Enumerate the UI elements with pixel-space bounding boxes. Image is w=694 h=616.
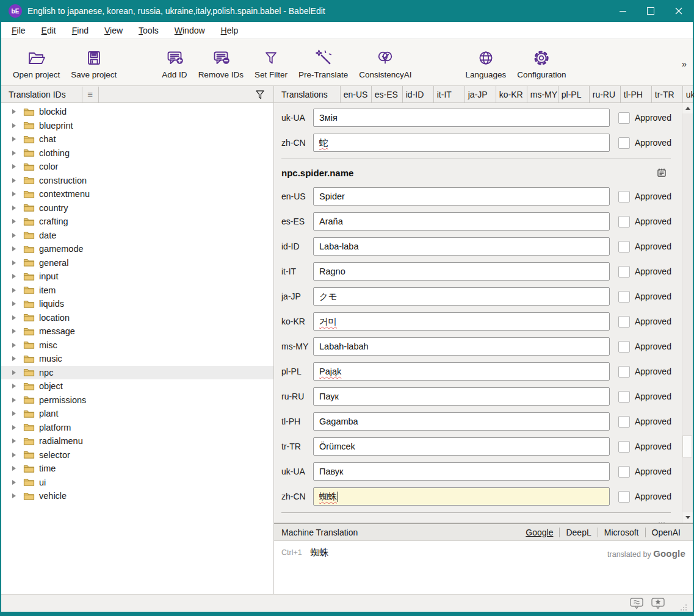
approved-checkbox[interactable] [618,137,630,149]
translation-input[interactable]: Gagamba [313,412,610,431]
mt-provider-tab[interactable]: Google [519,528,559,537]
chevron-right-icon[interactable] [12,370,16,375]
approved-checkbox[interactable] [618,266,630,278]
language-column-header[interactable]: tl-PH [620,86,651,102]
chevron-right-icon[interactable] [12,439,16,443]
menu-item[interactable]: Tools [131,23,167,38]
rate-button[interactable] [651,597,665,610]
scrollbar-thumb[interactable] [682,435,692,457]
chevron-right-icon[interactable] [12,343,16,348]
tree-item[interactable]: misc [1,338,273,353]
open-project-button[interactable]: Open project [7,45,65,81]
approved-checkbox[interactable] [618,441,630,453]
language-column-header[interactable]: pl-PL [558,86,589,102]
pre-translate-button[interactable]: Pre-Translate [293,45,353,81]
save-project-button[interactable]: Save project [65,45,122,81]
mt-provider-tab[interactable]: Microsoft [598,528,645,537]
tree-item[interactable]: construction [1,174,273,188]
language-column-header[interactable]: ru-RU [589,86,620,102]
mt-result[interactable]: 蜘蛛 [311,547,607,559]
language-column-header[interactable]: id-ID [402,86,433,102]
approved-checkbox[interactable] [618,416,630,428]
approved-checkbox[interactable] [618,291,630,303]
translation-input[interactable]: Araña [313,212,610,231]
chevron-right-icon[interactable] [12,301,16,306]
approved-checkbox[interactable] [618,112,630,124]
chevron-right-icon[interactable] [12,233,16,238]
chevron-right-icon[interactable] [12,109,16,114]
tree-item[interactable]: chat [1,132,273,146]
minimize-button[interactable] [609,0,637,22]
approved-checkbox[interactable] [618,466,630,478]
tree-item[interactable]: message [1,324,273,338]
language-column-header[interactable]: tr-TR [651,86,682,102]
tree-item[interactable]: item [1,284,273,298]
approved-checkbox[interactable] [618,241,630,252]
menu-item[interactable]: Help [213,23,247,38]
chevron-right-icon[interactable] [12,453,16,457]
tree-item[interactable]: input [1,270,273,284]
translation-input[interactable]: Pająk [313,362,610,381]
tree-item[interactable]: time [1,462,273,476]
translation-input[interactable]: Spider [313,187,610,206]
tree-item[interactable]: blueprint [1,119,273,133]
tree-item[interactable]: color [1,160,273,174]
chevron-right-icon[interactable] [12,480,16,485]
translation-input[interactable]: 蛇 [313,134,610,152]
tree-item[interactable]: gamemode [1,242,273,256]
translation-input[interactable]: Паук [313,387,610,406]
chevron-right-icon[interactable] [12,192,16,196]
chevron-right-icon[interactable] [12,151,16,156]
translation-input[interactable]: 蜘蛛 [313,487,610,506]
approved-checkbox[interactable] [618,191,630,202]
language-column-header[interactable]: es-ES [371,86,402,102]
approved-checkbox[interactable] [618,366,630,378]
language-column-header[interactable]: en-US [340,86,371,102]
feedback-button[interactable] [629,597,644,610]
tree-item[interactable]: ui [1,476,273,490]
chevron-right-icon[interactable] [12,123,16,128]
chevron-right-icon[interactable] [12,384,16,389]
tree-item[interactable]: radialmenu [1,434,273,448]
language-column-header[interactable]: ms-MY [527,86,558,102]
chevron-right-icon[interactable] [12,466,16,471]
chevron-right-icon[interactable] [12,425,16,430]
tree-item[interactable]: crafting [1,215,273,229]
tree-item[interactable]: permissions [1,393,273,407]
approved-checkbox[interactable] [618,491,630,503]
approved-checkbox[interactable] [618,316,630,328]
maximize-button[interactable] [637,0,665,22]
translation-input[interactable]: Labah-labah [313,337,610,356]
remove-ids-button[interactable]: Remove IDs [193,45,249,81]
translation-input[interactable]: Павук [313,462,610,481]
chevron-right-icon[interactable] [12,246,16,251]
chevron-right-icon[interactable] [12,493,16,498]
tree-menu-button[interactable]: ≡ [82,87,99,102]
resize-grip[interactable] [679,603,688,612]
tree-item[interactable]: clothing [1,146,273,160]
tree-item[interactable]: vehicle [1,489,273,503]
menu-item[interactable]: Window [167,23,213,38]
mt-provider-tab[interactable]: DeepL [559,528,597,537]
language-column-header[interactable]: it-IT [433,86,464,102]
chevron-right-icon[interactable] [12,356,16,361]
chevron-right-icon[interactable] [12,329,16,334]
chevron-right-icon[interactable] [12,137,16,141]
consistency-ai-button[interactable]: ConsistencyAI [353,45,417,81]
translation-input[interactable]: Örümcek [313,437,610,456]
chevron-right-icon[interactable] [12,315,16,320]
tree-item[interactable]: selector [1,448,273,462]
tree-item[interactable]: liquids [1,297,273,311]
approved-checkbox[interactable] [618,391,630,403]
vertical-scrollbar[interactable] [682,103,693,523]
tree-item[interactable]: platform [1,421,273,435]
menu-item[interactable]: Edit [34,23,64,38]
language-column-header[interactable]: ko-KR [496,86,527,102]
chevron-right-icon[interactable] [12,164,16,169]
toolbar-overflow-button[interactable]: » [682,59,687,69]
chevron-right-icon[interactable] [12,274,16,279]
language-column-header[interactable]: uk-UA [682,86,694,102]
tree-filter-button[interactable] [254,88,266,101]
tree-item[interactable]: contextmenu [1,187,273,201]
tree-item[interactable]: object [1,379,273,393]
